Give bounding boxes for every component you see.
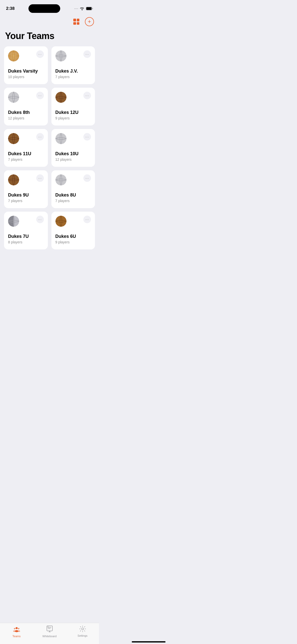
team-players: 12 players — [8, 116, 44, 120]
team-avatar — [55, 216, 67, 227]
team-card[interactable]: ··· Dukes 10U 12 players — [51, 129, 95, 167]
page-title: Your Teams — [0, 29, 99, 46]
team-avatar — [55, 92, 67, 103]
status-icons: ···· — [74, 7, 93, 10]
team-more-button[interactable]: ··· — [83, 50, 91, 58]
team-more-button[interactable]: ··· — [36, 92, 44, 99]
grid-view-button[interactable] — [71, 17, 81, 27]
team-more-button[interactable]: ··· — [36, 133, 44, 141]
card-top: ··· — [8, 92, 44, 103]
dynamic-island — [28, 4, 60, 13]
team-card[interactable]: ··· Dukes 8U 7 players — [51, 170, 95, 208]
svg-point-9 — [8, 174, 19, 185]
teams-grid: ··· Dukes Varsity 10 players ··· Dukes J… — [0, 46, 99, 275]
svg-point-5 — [8, 92, 19, 103]
status-time: 2:38 — [6, 6, 15, 11]
team-avatar — [8, 133, 19, 144]
svg-point-8 — [55, 133, 67, 144]
team-more-button[interactable]: ··· — [36, 50, 44, 58]
team-name: Dukes 6U — [55, 234, 91, 239]
team-more-button[interactable]: ··· — [83, 174, 91, 182]
svg-point-14 — [55, 216, 67, 227]
svg-point-7 — [8, 133, 19, 144]
team-card[interactable]: ··· Dukes 8th 12 players — [4, 88, 48, 125]
team-card[interactable]: ··· Dukes 9U 7 players — [4, 170, 48, 208]
svg-rect-13 — [8, 216, 14, 227]
add-team-button[interactable]: + — [85, 17, 94, 26]
team-players: 9 players — [55, 240, 91, 244]
toolbar: + — [0, 14, 99, 29]
team-more-button[interactable]: ··· — [83, 133, 91, 141]
svg-rect-1 — [86, 7, 91, 10]
team-players: 10 players — [8, 75, 44, 79]
wifi-icon — [80, 7, 84, 10]
team-card[interactable]: ··· Dukes 12U 9 players — [51, 88, 95, 125]
team-avatar — [8, 50, 19, 61]
team-players: 9 players — [55, 116, 91, 120]
team-name: Dukes 12U — [55, 110, 91, 115]
team-card[interactable]: ··· Dukes 7U 8 players — [4, 212, 48, 249]
battery-icon — [86, 7, 93, 10]
team-more-button[interactable]: ··· — [83, 92, 91, 99]
svg-point-6 — [55, 92, 67, 103]
status-bar: 2:38 ···· — [0, 0, 99, 14]
card-top: ··· — [55, 133, 91, 144]
card-top: ··· — [55, 216, 91, 227]
svg-point-4 — [55, 50, 67, 61]
team-more-button[interactable]: ··· — [36, 216, 44, 223]
team-players: 7 players — [55, 199, 91, 203]
card-top: ··· — [55, 174, 91, 185]
grid-icon — [73, 19, 79, 25]
card-top: ··· — [8, 216, 44, 227]
card-top: ··· — [8, 133, 44, 144]
team-more-button[interactable]: ··· — [36, 174, 44, 182]
team-avatar — [55, 50, 67, 61]
team-avatar — [8, 92, 19, 103]
team-avatar — [8, 174, 19, 185]
card-top: ··· — [55, 50, 91, 61]
card-top: ··· — [55, 92, 91, 103]
team-players: 7 players — [8, 199, 44, 203]
team-name: Dukes 9U — [8, 192, 44, 198]
team-players: 7 players — [8, 157, 44, 162]
signal-icon: ···· — [74, 7, 78, 10]
team-avatar — [8, 216, 19, 227]
team-name: Dukes J.V. — [55, 69, 91, 74]
svg-point-3 — [8, 50, 19, 61]
team-more-button[interactable]: ··· — [83, 216, 91, 223]
team-name: Dukes 7U — [8, 234, 44, 239]
team-players: 12 players — [55, 157, 91, 162]
team-card[interactable]: ··· Dukes J.V. 7 players — [51, 46, 95, 84]
svg-point-10 — [55, 174, 67, 185]
team-players: 8 players — [8, 240, 44, 244]
team-name: Dukes 11U — [8, 151, 44, 156]
team-card[interactable]: ··· Dukes Varsity 10 players — [4, 46, 48, 84]
team-card[interactable]: ··· Dukes 6U 9 players — [51, 212, 95, 249]
team-name: Dukes 10U — [55, 151, 91, 156]
team-avatar — [55, 133, 67, 144]
team-card[interactable]: ··· Dukes 11U 7 players — [4, 129, 48, 167]
team-name: Dukes 8th — [8, 110, 44, 115]
team-players: 7 players — [55, 75, 91, 79]
team-name: Dukes 8U — [55, 192, 91, 198]
team-avatar — [55, 174, 67, 185]
card-top: ··· — [8, 174, 44, 185]
card-top: ··· — [8, 50, 44, 61]
team-name: Dukes Varsity — [8, 69, 44, 74]
